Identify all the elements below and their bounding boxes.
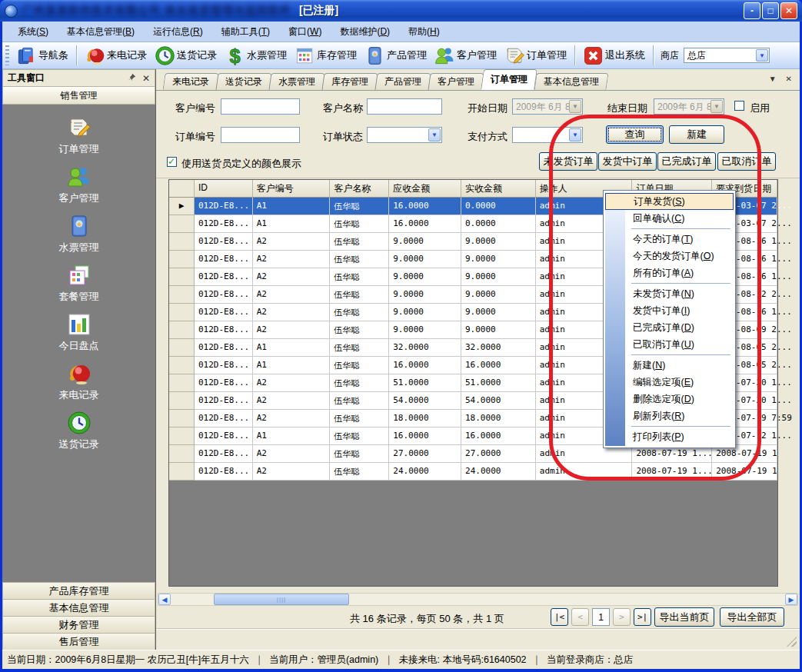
grid-header-应收金额[interactable]: 应收金额 <box>389 180 461 198</box>
row-selector-cell[interactable]: ▶ <box>169 198 195 215</box>
export-all-pages-button[interactable]: 导出全部页 <box>720 607 784 627</box>
context-menu-item-已取消订单[interactable]: 已取消订单(U) <box>605 336 734 353</box>
shop-select[interactable]: 总店▼ <box>684 48 770 63</box>
cell-receivable[interactable]: 32.0000 <box>389 339 461 357</box>
sidebar-item-今日盘点[interactable]: 今日盘点 <box>2 312 155 361</box>
row-selector-cell[interactable] <box>169 427 195 445</box>
export-current-page-button[interactable]: 导出当前页 <box>654 607 714 627</box>
row-selector-cell[interactable] <box>169 410 195 427</box>
row-selector-cell[interactable] <box>169 392 195 410</box>
cell-customer_no[interactable]: A2 <box>253 233 331 251</box>
cell-receivable[interactable]: 51.0000 <box>389 374 461 392</box>
cell-id[interactable]: 012D-E8... <box>195 215 253 233</box>
cell-operator[interactable]: admin <box>536 463 633 481</box>
color-display-checkbox[interactable] <box>167 157 177 167</box>
page-number-input[interactable] <box>592 608 610 626</box>
cell-receivable[interactable]: 9.0000 <box>389 233 461 251</box>
toolbar-button-navigator[interactable]: 导航条 <box>12 43 72 68</box>
row-selector-cell[interactable] <box>169 268 195 286</box>
cell-customer_no[interactable]: A2 <box>253 410 331 427</box>
context-menu-item-刷新列表[interactable]: 刷新列表(R) <box>605 408 734 424</box>
cell-id[interactable]: 012D-E8... <box>195 286 253 304</box>
cell-receivable[interactable]: 24.0000 <box>389 463 461 481</box>
tab-送货记录[interactable]: 送货记录 <box>215 73 271 90</box>
last-page-button[interactable]: >| <box>634 608 651 626</box>
row-selector-cell[interactable] <box>169 286 195 304</box>
cell-customer_no[interactable]: A2 <box>253 445 331 463</box>
cell-customer_name[interactable]: 伍华聪 <box>330 215 389 233</box>
cell-received[interactable]: 0.0000 <box>461 215 536 233</box>
row-selector-cell[interactable] <box>169 445 195 463</box>
toolbar-button-calendar[interactable]: 库存管理 <box>291 43 361 68</box>
menubar-item-B[interactable]: 基本信息管理(B) <box>58 22 144 42</box>
customer-name-input[interactable] <box>367 98 442 115</box>
order-status-select[interactable]: ▼ <box>367 127 442 143</box>
cell-id[interactable]: 012D-E8... <box>195 198 253 215</box>
sidebar-item-来电记录[interactable]: 来电记录 <box>2 361 155 411</box>
next-page-button[interactable]: > <box>613 608 631 626</box>
start-date-picker[interactable]: 2009年 6月 8日▼ <box>512 98 583 115</box>
status-filter-button-已完成订单[interactable]: 已完成订单 <box>657 152 716 171</box>
cell-customer_name[interactable]: 伍华聪 <box>330 339 389 357</box>
cell-id[interactable]: 012D-E8... <box>195 392 253 410</box>
context-menu-item-回单确认[interactable]: 回单确认(C) <box>605 210 734 227</box>
tab-产品管理[interactable]: 产品管理 <box>374 73 431 90</box>
cell-receivable[interactable]: 16.0000 <box>389 215 461 233</box>
cell-id[interactable]: 012D-E8... <box>195 321 253 339</box>
context-menu-item-发货中订单[interactable]: 发货中订单(I) <box>605 302 734 319</box>
scroll-right-icon[interactable]: ▶ <box>785 594 797 605</box>
cell-received[interactable]: 16.0000 <box>461 427 536 445</box>
cell-id[interactable]: 012D-E8... <box>195 357 253 374</box>
sidebar-item-订单管理[interactable]: 订单管理 <box>2 115 155 165</box>
tab-来电记录[interactable]: 来电记录 <box>162 73 218 90</box>
cell-receivable[interactable]: 16.0000 <box>389 357 461 374</box>
table-row[interactable]: 012D-E8...A2伍华聪24.000024.0000admin2008-0… <box>169 463 777 481</box>
cell-received[interactable]: 9.0000 <box>461 233 536 251</box>
cell-customer_name[interactable]: 伍华聪 <box>330 198 389 215</box>
sidebar-item-送货记录[interactable]: 送货记录 <box>2 411 155 460</box>
cell-customer_name[interactable]: 伍华聪 <box>330 410 389 427</box>
cell-id[interactable]: 012D-E8... <box>195 304 253 321</box>
cell-customer_no[interactable]: A2 <box>253 463 331 481</box>
context-menu-item-今天的订单[interactable]: 今天的订单(T) <box>605 231 734 248</box>
cell-received[interactable]: 18.0000 <box>461 410 536 427</box>
toolbar-grip[interactable] <box>5 45 9 65</box>
row-selector-cell[interactable] <box>169 215 195 233</box>
tab-close-icon[interactable]: ✕ <box>786 75 792 83</box>
horizontal-scrollbar[interactable]: ◀ ▶ <box>158 593 798 606</box>
tab-水票管理[interactable]: 水票管理 <box>268 73 324 90</box>
grid-header-客户名称[interactable]: 客户名称 <box>330 180 389 198</box>
row-selector-cell[interactable] <box>169 304 195 321</box>
context-menu-item-已完成订单[interactable]: 已完成订单(D) <box>605 319 734 336</box>
cell-id[interactable]: 012D-E8... <box>195 374 253 392</box>
toolbar-button-product[interactable]: 产品管理 <box>361 43 431 68</box>
context-menu-item-未发货订单[interactable]: 未发货订单(N) <box>605 285 734 302</box>
cell-customer_name[interactable]: 伍华聪 <box>330 392 389 410</box>
cell-customer_no[interactable]: A2 <box>253 251 331 268</box>
toolbar-button-customers[interactable]: 客户管理 <box>431 43 501 68</box>
toolbar-button-bell[interactable]: 来电记录 <box>81 43 151 68</box>
menubar-item-T[interactable]: 辅助工具(T) <box>212 22 279 42</box>
context-menu-item-编辑选定项[interactable]: 编辑选定项(E) <box>605 374 734 391</box>
cell-customer_no[interactable]: A1 <box>253 339 331 357</box>
first-page-button[interactable]: |< <box>551 608 568 626</box>
cell-receivable[interactable]: 9.0000 <box>389 304 461 321</box>
cell-customer_name[interactable]: 伍华聪 <box>330 304 389 321</box>
sidebar-group-售后管理[interactable]: 售后管理 <box>2 633 155 650</box>
cell-customer_name[interactable]: 伍华聪 <box>330 233 389 251</box>
scrollbar-thumb[interactable] <box>214 594 349 605</box>
cell-customer_no[interactable]: A2 <box>253 392 331 410</box>
cell-received[interactable]: 9.0000 <box>461 304 536 321</box>
cell-id[interactable]: 012D-E8... <box>195 233 253 251</box>
grid-header-实收金额[interactable]: 实收金额 <box>461 180 536 198</box>
cell-receivable[interactable]: 9.0000 <box>389 268 461 286</box>
cell-id[interactable]: 012D-E8... <box>195 268 253 286</box>
cell-receivable[interactable]: 18.0000 <box>389 410 461 427</box>
cell-customer_name[interactable]: 伍华聪 <box>330 321 389 339</box>
cell-receivable[interactable]: 9.0000 <box>389 286 461 304</box>
cell-customer_no[interactable]: A2 <box>253 304 331 321</box>
menubar-item-W[interactable]: 窗口(W) <box>279 22 331 42</box>
end-date-picker[interactable]: 2009年 6月 8日▼ <box>654 98 724 115</box>
cell-receivable[interactable]: 16.0000 <box>389 427 461 445</box>
menubar-item-R[interactable]: 运行信息(R) <box>144 22 212 42</box>
